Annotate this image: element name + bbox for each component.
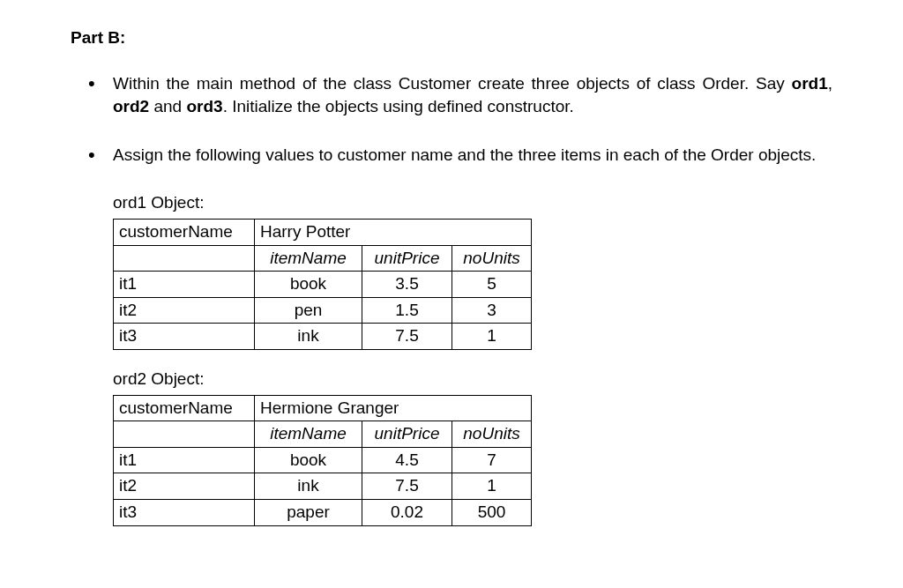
empty-cell <box>114 421 255 448</box>
ord2-customer-name: Hermione Granger <box>255 395 532 421</box>
bullet-1-text-pre: Within the main method of the class Cust… <box>113 74 792 93</box>
row-label-it3: it3 <box>114 499 255 525</box>
header-unitprice: unitPrice <box>362 245 452 272</box>
header-unitprice: unitPrice <box>362 421 452 448</box>
table-row: itemName unitPrice noUnits <box>114 421 532 448</box>
bullet-1: Within the main method of the class Cust… <box>113 72 832 119</box>
bullet-1-text-post: . Initialize the objects using defined c… <box>223 97 574 115</box>
ord1-it1-name: book <box>255 272 362 298</box>
table-row: customerName Hermione Granger <box>114 395 532 421</box>
row-label-it2: it2 <box>114 297 255 324</box>
bullet-1-ord1: ord1 <box>792 74 828 93</box>
ord2-title: ord2 Object: <box>113 368 832 391</box>
ord1-customer-name: Harry Potter <box>255 219 532 245</box>
bullet-list: Within the main method of the class Cust… <box>71 72 832 167</box>
table-row: it2 ink 7.5 1 <box>114 473 532 500</box>
bullet-1-sep2: and <box>149 97 186 115</box>
ord2-it1-units: 7 <box>452 447 532 473</box>
ord1-it1-units: 5 <box>452 272 532 298</box>
table-row: it2 pen 1.5 3 <box>114 297 532 324</box>
header-itemname: itemName <box>255 245 362 272</box>
ord1-it1-price: 3.5 <box>362 272 452 298</box>
ord1-section: ord1 Object: customerName Harry Potter i… <box>71 191 832 350</box>
table-row: it1 book 4.5 7 <box>114 447 532 473</box>
ord2-it1-name: book <box>255 447 362 473</box>
table-row: it1 book 3.5 5 <box>114 272 532 298</box>
part-b-heading: Part B: <box>71 26 832 50</box>
table-row: it3 ink 7.5 1 <box>114 324 532 350</box>
table-row: it3 paper 0.02 500 <box>114 499 532 525</box>
bullet-1-ord2: ord2 <box>113 97 149 115</box>
ord2-it3-name: paper <box>255 499 362 525</box>
ord1-it2-name: pen <box>255 297 362 324</box>
table-row: itemName unitPrice noUnits <box>114 245 532 272</box>
row-label-it3: it3 <box>114 324 255 350</box>
row-label-it1: it1 <box>114 447 255 473</box>
ord2-it2-price: 7.5 <box>362 473 452 500</box>
ord2-it2-name: ink <box>255 473 362 500</box>
ord2-it2-units: 1 <box>452 473 532 500</box>
ord1-it2-units: 3 <box>452 297 532 324</box>
bullet-2: Assign the following values to customer … <box>113 144 832 167</box>
ord2-table: customerName Hermione Granger itemName u… <box>113 395 532 526</box>
bullet-1-ord3: ord3 <box>186 97 222 115</box>
ord1-title: ord1 Object: <box>113 191 832 215</box>
table-row: customerName Harry Potter <box>114 219 532 245</box>
ord2-it3-units: 500 <box>452 499 532 525</box>
header-nounits: noUnits <box>452 421 532 448</box>
ord2-section: ord2 Object: customerName Hermione Grang… <box>71 368 832 526</box>
header-customername: customerName <box>114 395 255 421</box>
header-itemname: itemName <box>255 421 362 448</box>
empty-cell <box>114 245 255 272</box>
bullet-1-sep1: , <box>828 74 832 93</box>
ord1-table: customerName Harry Potter itemName unitP… <box>113 219 532 350</box>
row-label-it2: it2 <box>114 473 255 500</box>
ord1-it3-price: 7.5 <box>362 324 452 350</box>
header-nounits: noUnits <box>452 245 532 272</box>
ord1-it3-units: 1 <box>452 324 532 350</box>
header-customername: customerName <box>114 219 255 245</box>
ord2-it3-price: 0.02 <box>362 499 452 525</box>
ord1-it3-name: ink <box>255 324 362 350</box>
ord1-it2-price: 1.5 <box>362 297 452 324</box>
ord2-it1-price: 4.5 <box>362 447 452 473</box>
row-label-it1: it1 <box>114 272 255 298</box>
